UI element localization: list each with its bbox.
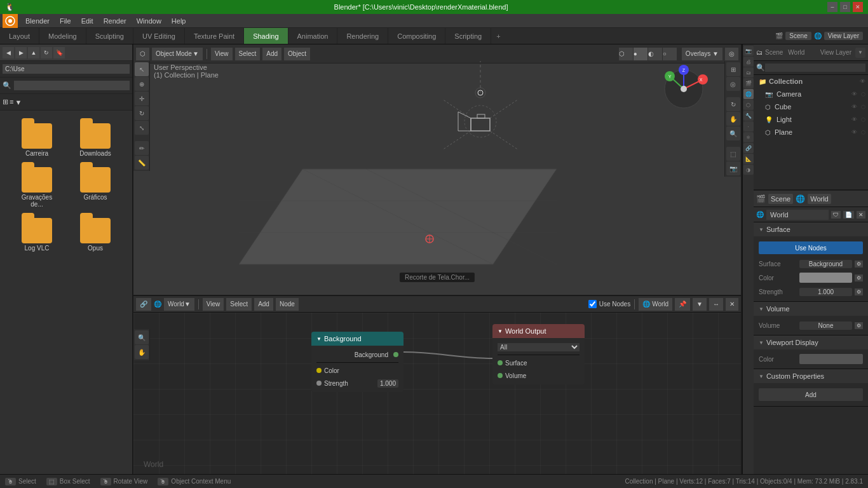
scene-selector[interactable]: Scene <box>785 32 811 40</box>
wo-node-collapse[interactable]: ▼ <box>498 329 503 334</box>
view-layer-selector[interactable]: View Layer <box>824 32 863 40</box>
rotate-tool[interactable]: ↻ <box>135 106 149 120</box>
list-view-button[interactable]: ≡ <box>10 98 13 106</box>
ne-zoom-in-button[interactable]: 🔍 <box>135 330 149 344</box>
menu-file[interactable]: File <box>55 14 76 28</box>
view-menu-button[interactable]: View <box>211 48 233 60</box>
volume-options-button[interactable]: ⚙ <box>855 322 863 329</box>
use-nodes-button[interactable]: Use Nodes <box>759 241 863 254</box>
folder-carreira[interactable]: Carreira <box>10 121 64 159</box>
fb-back-button[interactable]: ◀ <box>3 47 14 58</box>
render-props-tab[interactable]: 📷 <box>743 46 754 56</box>
ne-pin-button[interactable]: 📌 <box>675 298 690 311</box>
filter-button[interactable]: ▼ <box>15 98 22 106</box>
fb-bookmark-button[interactable]: 🔖 <box>53 47 65 58</box>
viewport-editor-type-button[interactable]: ⬡ <box>136 48 149 60</box>
material-shading-button[interactable]: ◐ <box>648 48 662 60</box>
tab-layout[interactable]: Layout <box>0 28 39 44</box>
path-input[interactable] <box>3 64 130 74</box>
viewport-display-header[interactable]: ▼ Viewport Display <box>754 336 868 349</box>
particles-props-tab[interactable]: · <box>743 121 754 132</box>
rendered-shading-button[interactable]: ○ <box>663 48 677 60</box>
3d-viewport[interactable]: ⬡ Object Mode ▼ View Select Add Object ⬡… <box>133 44 741 296</box>
material-props-tab[interactable]: ◑ <box>743 165 754 175</box>
output-props-tab[interactable]: 🖨 <box>743 57 754 67</box>
ol-item-camera[interactable]: 📷 Camera 👁 ⬡ <box>754 88 868 100</box>
ol-item-collection[interactable]: 📁 Collection 👁 <box>754 75 868 88</box>
measure-tool[interactable]: 📏 <box>135 156 149 170</box>
scene-props-tab[interactable]: 🎬 <box>743 78 754 88</box>
add-menu-button[interactable]: Add <box>262 48 281 60</box>
tab-shading[interactable]: Shading <box>244 28 288 44</box>
surface-options-button[interactable]: ⚙ <box>855 261 863 268</box>
props-world-tab[interactable]: World <box>808 194 831 204</box>
tab-rendering[interactable]: Rendering <box>337 28 388 44</box>
object-menu-button[interactable]: Object <box>284 48 310 60</box>
ol-item-light[interactable]: 💡 Light 👁 ⬡ <box>754 113 868 126</box>
close-button[interactable]: ✕ <box>853 2 863 12</box>
select-tool[interactable]: ↖ <box>135 62 149 76</box>
menu-blender[interactable]: Blender <box>20 14 55 28</box>
ne-add-button[interactable]: Add <box>254 298 273 311</box>
wo-surface-socket[interactable] <box>498 360 503 365</box>
gizmos-button[interactable]: ◎ <box>725 48 738 60</box>
object-props-tab[interactable]: ⬡ <box>743 100 754 110</box>
data-props-tab[interactable]: 📐 <box>743 154 754 164</box>
ne-pan-button[interactable]: ✋ <box>135 345 149 359</box>
tab-scripting[interactable]: Scripting <box>445 28 491 44</box>
add-workspace-button[interactable]: + <box>491 28 505 44</box>
ol-eye-cube[interactable]: 👁 <box>851 104 857 110</box>
ol-eye-camera[interactable]: 👁 <box>851 91 857 97</box>
custom-props-header[interactable]: ▼ Custom Properties <box>754 369 868 383</box>
folder-logvlc[interactable]: Log VLC <box>10 215 64 254</box>
world-unlink-button[interactable]: ✕ <box>857 211 865 219</box>
menu-help[interactable]: Help <box>166 14 191 28</box>
render-region-button[interactable]: ⬚ <box>726 147 740 161</box>
physics-props-tab[interactable]: ⚛ <box>743 132 754 142</box>
tab-uv-editing[interactable]: UV Editing <box>133 28 185 44</box>
view-local-button[interactable]: ◎ <box>726 77 740 91</box>
ol-filter-button[interactable]: ▼ <box>855 48 865 58</box>
wo-all-dropdown[interactable]: All <box>498 343 580 351</box>
folder-graficos[interactable]: Gráficos <box>69 165 122 210</box>
fb-up-button[interactable]: ▲ <box>28 47 39 58</box>
object-mode-button[interactable]: Object Mode ▼ <box>152 48 203 60</box>
ne-options-button[interactable]: ▼ <box>693 298 707 311</box>
annotate-tool[interactable]: ✏ <box>135 141 149 155</box>
bg-output-socket[interactable] <box>393 352 398 357</box>
node-editor-canvas[interactable]: 🔍 ✋ ▼ Background Background <box>133 313 741 474</box>
minimize-button[interactable]: – <box>827 2 837 12</box>
pan-button[interactable]: ✋ <box>726 112 740 126</box>
tab-modeling[interactable]: Modeling <box>39 28 86 44</box>
color-options-button[interactable]: ⚙ <box>855 274 863 281</box>
tab-sculpting[interactable]: Sculpting <box>86 28 133 44</box>
ne-view-button[interactable]: View <box>203 298 224 311</box>
cursor-tool[interactable]: ⊕ <box>135 77 149 91</box>
world-output-node[interactable]: ▼ World Output All <box>492 324 585 384</box>
ne-select-button[interactable]: Select <box>226 298 252 311</box>
bg-strength-socket[interactable] <box>316 381 322 386</box>
ne-editor-type-button[interactable]: 🔗 <box>136 298 151 311</box>
folder-gravacoes[interactable]: Gravações de... <box>10 165 64 210</box>
fb-forward-button[interactable]: ▶ <box>15 47 27 58</box>
view-all-button[interactable]: ⊞ <box>726 62 740 76</box>
constraints-props-tab[interactable]: 🔗 <box>743 143 754 153</box>
tab-animation[interactable]: Animation <box>288 28 338 44</box>
node-editor[interactable]: 🔗 🌐 World ▼ View Select Add Node Use Nod… <box>133 296 741 474</box>
ne-sync-button[interactable]: ↔ <box>709 298 723 311</box>
volume-header[interactable]: ▼ Volume <box>754 302 868 316</box>
use-nodes-checkbox[interactable] <box>588 300 597 308</box>
modifier-props-tab[interactable]: 🔧 <box>743 111 754 121</box>
custom-props-add-button[interactable]: Add <box>759 388 863 401</box>
maximize-button[interactable]: □ <box>840 2 850 12</box>
ne-world-selector[interactable]: World ▼ <box>164 298 194 311</box>
overlays-button[interactable]: Overlays ▼ <box>682 48 722 60</box>
menu-render[interactable]: Render <box>98 14 132 28</box>
menu-edit[interactable]: Edit <box>76 14 98 28</box>
wo-volume-socket[interactable] <box>498 373 503 378</box>
strength-value[interactable]: 1.000 <box>799 288 852 296</box>
select-menu-button[interactable]: Select <box>235 48 261 60</box>
move-tool[interactable]: ✛ <box>135 92 149 105</box>
camera-view-button[interactable]: 📷 <box>726 161 740 175</box>
ol-search-input[interactable] <box>765 64 865 72</box>
